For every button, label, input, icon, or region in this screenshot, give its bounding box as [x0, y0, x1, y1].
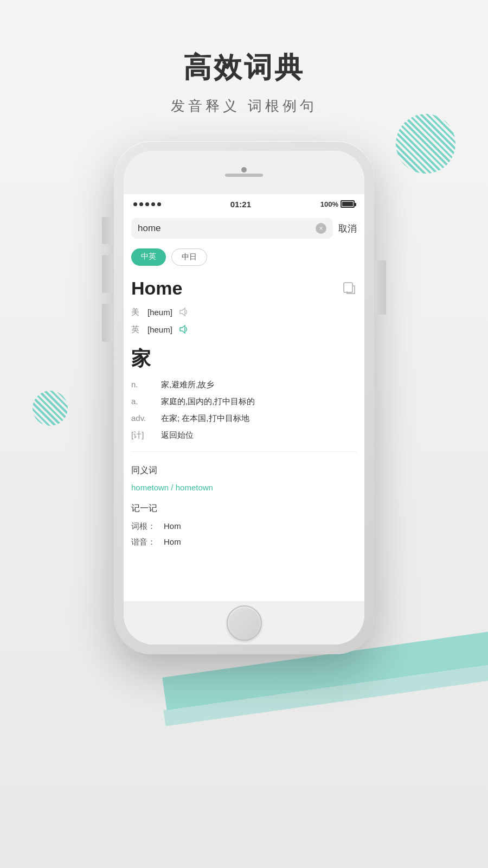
pron-text-us: [heum]: [147, 308, 172, 317]
pron-text-uk: [heum]: [147, 325, 172, 334]
dict-content: Home 美 [heum]: [124, 271, 364, 550]
sound-row: 谐音： Hom: [131, 534, 357, 550]
phone-frame: 01:21 100% home × 取消: [114, 141, 374, 654]
def-type-noun: n.: [131, 380, 161, 390]
search-input[interactable]: home: [138, 223, 161, 234]
word-header: Home: [131, 271, 357, 303]
synonym-links[interactable]: hometown / hometown: [131, 481, 357, 497]
play-uk-audio-button[interactable]: [178, 323, 190, 335]
status-battery: 100%: [320, 200, 355, 208]
def-text-comp: 返回始位: [161, 430, 357, 441]
pron-label-us: 美: [131, 307, 142, 317]
signal-bars: [133, 202, 161, 206]
chinese-translation: 家: [131, 338, 357, 376]
phone-bottom: [124, 601, 364, 644]
status-time: 01:21: [230, 200, 251, 209]
def-text-adj: 家庭的,国内的,打中目标的: [161, 397, 357, 407]
phone-button-silent: [102, 217, 113, 244]
svg-rect-0: [344, 283, 352, 292]
def-noun: n. 家,避难所,故乡: [131, 376, 357, 393]
battery-icon: [341, 200, 355, 208]
lang-tabs: 中英 中日: [124, 243, 364, 271]
play-us-audio-button[interactable]: [178, 306, 190, 318]
pronunciation-us: 美 [heum]: [131, 303, 357, 321]
share-icon[interactable]: [343, 282, 357, 296]
tab-chinese-japanese[interactable]: 中日: [171, 248, 207, 266]
def-text-noun: 家,避难所,故乡: [161, 380, 357, 390]
word-root-label: 词根：: [131, 521, 164, 532]
deco-circle-small: [33, 391, 68, 426]
def-type-comp: [计]: [131, 430, 161, 441]
clear-search-button[interactable]: ×: [316, 223, 326, 234]
status-bar: 01:21 100%: [124, 194, 364, 214]
pron-label-uk: 英: [131, 324, 142, 335]
def-type-adj: a.: [131, 397, 161, 407]
phone-screen-area: 01:21 100% home × 取消: [124, 151, 364, 644]
cancel-search-button[interactable]: 取消: [338, 222, 357, 235]
synonyms-title: 同义词: [131, 459, 357, 481]
sound-label: 谐音：: [131, 537, 164, 547]
def-comp: [计] 返回始位: [131, 427, 357, 444]
phone-button-vol-down: [102, 304, 113, 342]
tab-chinese-english[interactable]: 中英: [131, 248, 166, 266]
battery-percentage: 100%: [320, 200, 338, 208]
earpiece: [225, 174, 263, 177]
headword: Home: [131, 278, 182, 299]
phone-button-vol-up: [102, 255, 113, 293]
def-adj: a. 家庭的,国内的,打中目标的: [131, 393, 357, 410]
search-input-wrap[interactable]: home ×: [131, 218, 333, 239]
title-area: 高效词典 发音释义 词根例句: [0, 49, 488, 116]
home-button[interactable]: [227, 605, 262, 641]
def-type-adv: adv.: [131, 413, 161, 424]
phone-screen: 01:21 100% home × 取消: [124, 194, 364, 601]
memory-title: 记一记: [131, 497, 357, 519]
phone-earpiece-area: [124, 151, 364, 194]
divider: [131, 451, 357, 452]
search-bar-area: home × 取消: [124, 214, 364, 243]
deco-circle-large: [396, 114, 455, 174]
page-subtitle: 发音释义 词根例句: [0, 97, 488, 116]
front-camera-dot: [241, 167, 247, 173]
def-text-adv: 在家; 在本国,打中目标地: [161, 413, 357, 424]
word-root-value: Hom: [164, 521, 181, 532]
page-title: 高效词典: [0, 49, 488, 87]
word-root-row: 词根： Hom: [131, 519, 357, 534]
pronunciation-uk: 英 [heum]: [131, 321, 357, 338]
def-adv: adv. 在家; 在本国,打中目标地: [131, 410, 357, 427]
phone-outer: 01:21 100% home × 取消: [114, 141, 374, 654]
sound-value: Hom: [164, 537, 181, 547]
phone-button-power: [375, 260, 386, 315]
